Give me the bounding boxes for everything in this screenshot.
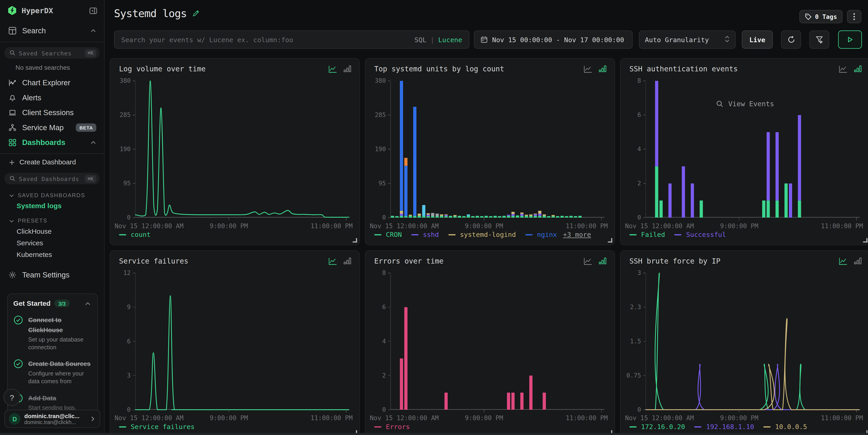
bar-chart-toggle-icon[interactable]: [598, 257, 607, 265]
sidebar-item-dashboards[interactable]: Dashboards: [0, 135, 104, 150]
sidebar-item-team-settings[interactable]: Team Settings: [0, 268, 104, 282]
language-lucene-toggle[interactable]: Lucene: [438, 36, 462, 43]
legend-item[interactable]: Failed: [629, 231, 665, 239]
bar-segment: [396, 216, 399, 218]
legend-item[interactable]: count: [119, 231, 151, 239]
legend-item[interactable]: 10.0.0.5: [764, 423, 807, 431]
chevron-up-icon[interactable]: [90, 28, 96, 34]
y-axis-label: 2.3: [630, 304, 641, 311]
tags-button[interactable]: 0 Tags: [800, 10, 843, 23]
y-axis-label: 190: [120, 146, 131, 153]
bar-segment: [525, 216, 528, 218]
bar-segment: [404, 216, 408, 218]
user-menu[interactable]: D dominic.tran@clic... dominic.tran@clic…: [4, 410, 100, 428]
sidebar-item-alerts[interactable]: Alerts: [0, 90, 104, 105]
time-range-picker[interactable]: Nov 15 00:00:00 - Nov 17 00:00:00: [474, 31, 633, 49]
get-started-step-sources[interactable]: Create Data Sources Configure where your…: [13, 359, 91, 385]
resize-handle[interactable]: [352, 238, 357, 242]
language-sql-toggle[interactable]: SQL: [414, 36, 427, 43]
bar-segment: [440, 214, 443, 216]
line-chart-toggle-icon[interactable]: [839, 65, 847, 73]
chart-plot-area[interactable]: 02468Nov 15 12:00:00 AM9:00:00 PM11:00:0…: [390, 273, 604, 410]
legend-item[interactable]: Successful: [675, 231, 726, 239]
dashboard-menu-button[interactable]: [847, 10, 861, 23]
bar-segment: [529, 216, 532, 218]
sidebar-item-chart-explorer[interactable]: Chart Explorer: [0, 75, 104, 90]
saved-searches-input[interactable]: Saved Searches ⌘K: [4, 47, 100, 59]
legend-item[interactable]: sshd: [411, 231, 439, 239]
bar-chart-toggle-icon[interactable]: [343, 65, 351, 73]
chart-plot-area[interactable]: 036912Nov 15 12:00:00 AM9:00:00 PM11:00:…: [135, 273, 349, 410]
legend-item[interactable]: Service failures: [119, 423, 195, 431]
run-query-button[interactable]: [838, 31, 862, 49]
check-circle-icon: [13, 314, 23, 351]
line-chart-toggle-icon[interactable]: [584, 257, 592, 265]
legend-item[interactable]: systemd-logind: [448, 231, 516, 239]
section-saved-dashboards[interactable]: SAVED DASHBOARDS: [0, 184, 104, 198]
sidebar-item-search[interactable]: Search: [0, 23, 104, 38]
refresh-button[interactable]: [781, 31, 801, 49]
chart-title: Log volume over time: [119, 65, 206, 73]
chart-plot-area[interactable]: 095190285380Nov 15 12:00:00 AM9:00:00 PM…: [135, 81, 349, 218]
events-search-input[interactable]: Search your events w/ Lucene ex. column:…: [114, 31, 469, 49]
create-dashboard-button[interactable]: Create Dashboard: [0, 154, 104, 166]
legend-swatch: [448, 234, 456, 235]
bar-segment: [462, 216, 465, 218]
filter-button[interactable]: [809, 31, 829, 49]
bar-segment: [489, 216, 492, 218]
sidebar-item-client-sessions[interactable]: Client Sessions: [0, 105, 104, 120]
bar-segment: [552, 215, 555, 216]
chevron-up-icon[interactable]: [85, 301, 91, 307]
live-button[interactable]: Live: [742, 31, 773, 49]
bar-segment: [767, 132, 770, 200]
granularity-select[interactable]: Auto Granularity: [639, 31, 736, 49]
y-axis-label: 190: [375, 146, 386, 153]
bar-segment: [404, 166, 408, 216]
chevron-up-icon[interactable]: [90, 139, 96, 146]
sidebar-preset-clickhouse[interactable]: ClickHouse: [0, 224, 104, 235]
main-content: Systemd logs 0 Tags Search your events w…: [104, 0, 868, 435]
bar-chart-toggle-icon[interactable]: [854, 65, 862, 73]
sidebar-header: HyperDX: [0, 0, 104, 15]
line-chart-toggle-icon[interactable]: [584, 65, 592, 73]
sidebar-preset-kubernetes[interactable]: Kubernetes: [0, 247, 104, 258]
line-chart-toggle-icon[interactable]: [328, 65, 337, 73]
chart-plot-area[interactable]: 00.751.52.33Nov 15 12:00:00 AM9:00:00 PM…: [646, 273, 860, 410]
sidebar-collapse-button[interactable]: [89, 6, 97, 14]
kebab-menu-icon: [853, 13, 855, 21]
get-started-step-connect[interactable]: Connect to ClickHouse Set up your databa…: [13, 314, 91, 351]
tags-label: 0 Tags: [815, 13, 837, 20]
sidebar-dashboard-systemd-logs[interactable]: Systemd logs: [0, 198, 104, 210]
legend-more-link[interactable]: +3 more: [563, 231, 591, 239]
bar-segment: [417, 216, 421, 218]
chart-plot-area[interactable]: 02468Nov 15 12:00:00 AM9:00:00 PM11:00:0…: [646, 81, 860, 218]
bar-segment: [798, 115, 801, 200]
chart-plot-area[interactable]: 095190285380Nov 15 12:00:00 AM9:00:00 PM…: [390, 81, 604, 218]
bar-chart-toggle-icon[interactable]: [598, 65, 607, 73]
x-axis-label: 11:00:00 PM: [566, 222, 608, 230]
legend-item[interactable]: 172.16.0.20: [629, 423, 685, 431]
sidebar-item-service-map[interactable]: Service Map BETA: [0, 120, 104, 135]
bar-segment: [762, 200, 766, 218]
legend-item[interactable]: CRON: [374, 231, 402, 239]
sidebar-preset-services[interactable]: Services: [0, 235, 104, 247]
saved-dashboards-input[interactable]: Saved Dashboards ⌘K: [4, 173, 100, 184]
line-chart-toggle-icon[interactable]: [328, 257, 337, 265]
chevron-down-icon: [9, 192, 14, 198]
resize-handle[interactable]: [608, 238, 612, 242]
legend-item[interactable]: nginx: [525, 231, 557, 239]
horizontal-scrollbar[interactable]: [0, 433, 868, 435]
brand-name: HyperDX: [22, 6, 89, 15]
edit-title-icon[interactable]: [192, 9, 200, 17]
bar-segment: [431, 216, 434, 218]
legend-item[interactable]: Errors: [374, 423, 410, 431]
line-chart-toggle-icon[interactable]: [839, 257, 847, 265]
chart-legend: 172.16.0.20192.168.1.1010.0.0.5: [629, 423, 807, 431]
help-button[interactable]: ?: [3, 389, 21, 406]
bar-chart-toggle-icon[interactable]: [854, 257, 862, 265]
bar-chart-toggle-icon[interactable]: [343, 257, 351, 265]
bar-segment: [471, 216, 474, 218]
section-presets[interactable]: PRESETS: [0, 210, 104, 224]
resize-handle[interactable]: [863, 238, 867, 242]
legend-item[interactable]: 192.168.1.10: [694, 423, 754, 431]
